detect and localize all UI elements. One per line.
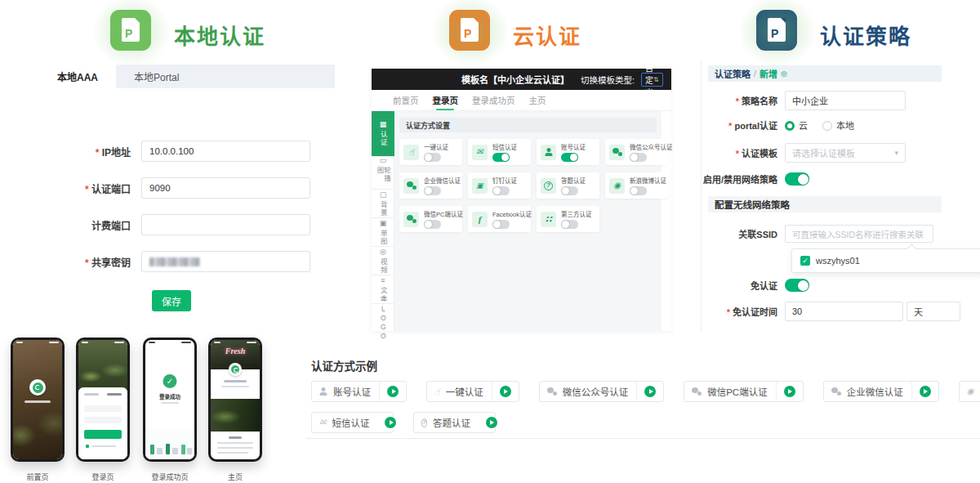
one-tap-icon <box>434 387 440 396</box>
account-icon <box>541 145 556 160</box>
tab-local-aaa[interactable]: 本地AAA <box>39 65 116 88</box>
phone-preview-login-page <box>76 338 130 462</box>
preview-button[interactable]: 预览 <box>676 66 685 92</box>
username-field-mock <box>84 405 122 412</box>
store-photo <box>13 340 62 459</box>
ssid-dropdown: wszyhys01 <box>791 248 980 273</box>
quiz-toggle[interactable] <box>561 186 578 195</box>
example-wechat-official-auth[interactable]: 微信公众号认证 <box>539 381 665 402</box>
free-auth-time-input[interactable]: 30 <box>785 302 903 321</box>
wechat-icon <box>547 387 557 396</box>
example-wechat-pc-auth[interactable]: 微信PC端认证 <box>684 381 803 402</box>
example-one-tap-auth[interactable]: 一键认证 <box>426 381 519 402</box>
wecom-icon <box>403 178 419 194</box>
breadcrumb-current: 新增 <box>760 67 777 80</box>
weibo-icon <box>609 178 625 194</box>
editor-content: 认证方式设置 一键认证 短信认证 账号认证 <box>394 111 662 331</box>
breadcrumb: 认证策略 / 新增 ◎ <box>708 65 942 82</box>
shared-key-input[interactable] <box>141 251 310 272</box>
document-icon: P <box>461 18 479 42</box>
auth-template-row: 认证模板 请选择认证模板▾ <box>702 143 906 163</box>
phone-caption: 登录成功页 <box>143 472 197 482</box>
sidebar-item-carousel[interactable]: ▭轮播图 <box>372 157 394 190</box>
carousel-icon: ▭ <box>380 157 387 164</box>
phone-caption: 登录页 <box>76 472 130 482</box>
shelf-photo <box>78 340 127 391</box>
auth-template-select[interactable]: 请选择认证模板▾ <box>785 143 906 163</box>
play-icon[interactable] <box>486 417 497 428</box>
pin-icon: ◎ <box>781 69 787 78</box>
form-row-acct-port: 计费端口 <box>39 214 310 235</box>
sidebar-item-auth[interactable]: ▦认证 <box>372 111 394 157</box>
weibo-toggle[interactable] <box>630 186 647 195</box>
template-type-select[interactable]: 自定义⇅ <box>641 73 663 87</box>
facebook-icon <box>472 212 488 227</box>
example-account-auth[interactable]: 账号认证 <box>311 381 407 402</box>
policy-app-icon: P <box>756 10 797 51</box>
template-name: 模板名【中小企业云认证】 <box>461 73 569 86</box>
people-illustration <box>145 428 194 459</box>
play-icon[interactable] <box>784 386 795 397</box>
radio-local[interactable]: 本地 <box>822 119 854 132</box>
one-tap-toggle[interactable] <box>424 153 441 162</box>
tab-front-page[interactable]: 前置页 <box>393 90 419 111</box>
sms-toggle[interactable] <box>492 153 510 162</box>
portal-auth-row: portal认证 云 本地 <box>702 119 854 132</box>
fresh-sign-text: Fresh <box>211 347 260 356</box>
third-party-icon <box>541 212 556 227</box>
play-icon[interactable] <box>920 386 931 397</box>
auth-template-label: 认证模板 <box>702 146 785 159</box>
shared-key-label: 共享密钥 <box>39 255 141 269</box>
phone-caption: 主页 <box>208 472 262 482</box>
page-tabs: 前置页 登录页 登录成功页 主页 <box>372 90 671 111</box>
example-sms-auth[interactable]: 短信认证 <box>311 412 394 433</box>
free-auth-toggle[interactable] <box>785 279 809 292</box>
example-weibo-auth[interactable]: 新浪微博认证 <box>959 381 980 402</box>
tab-home-page[interactable]: 主页 <box>529 90 546 111</box>
breadcrumb-root[interactable]: 认证策略 <box>715 67 751 80</box>
acct-port-label: 计费端口 <box>39 218 141 232</box>
success-check-icon <box>163 374 177 388</box>
play-icon[interactable] <box>385 417 396 428</box>
time-unit-select[interactable]: 天 <box>906 302 960 321</box>
ssid-option[interactable]: wszyhys01 <box>792 249 980 272</box>
document-icon: P <box>122 18 140 42</box>
tab-login-success-page[interactable]: 登录成功页 <box>472 90 515 111</box>
save-button[interactable]: 保存 <box>152 290 191 311</box>
policy-name-input[interactable]: 中小企业 <box>785 91 906 110</box>
wifi-logo-badge <box>29 379 46 396</box>
facebook-toggle[interactable] <box>492 220 510 229</box>
third-party-toggle[interactable] <box>561 220 578 229</box>
login-button-mock <box>84 430 122 439</box>
network-policy-toggle[interactable] <box>785 172 809 186</box>
example-wecom-auth[interactable]: 企业微信认证 <box>823 381 939 402</box>
dingtalk-toggle[interactable] <box>492 186 510 195</box>
auth-port-input[interactable]: 9090 <box>141 177 310 199</box>
wecom-toggle[interactable] <box>424 186 441 195</box>
account-toggle[interactable] <box>561 153 578 162</box>
password-field-mock <box>84 417 122 423</box>
example-quiz-auth[interactable]: 答题认证 <box>413 412 496 433</box>
free-auth-label: 免认证 <box>702 279 785 292</box>
radio-cloud[interactable]: 云 <box>785 119 808 132</box>
wechat-official-toggle[interactable] <box>630 153 647 162</box>
play-icon[interactable] <box>387 386 399 397</box>
sidebar-item-single-image[interactable]: ▣单图 <box>372 218 394 247</box>
cloud-auth-title: 云认证 <box>513 20 581 50</box>
wireless-policy-section-title: 配置无线网络策略 <box>708 196 942 212</box>
ssid-label: 关联SSID <box>702 227 785 240</box>
acct-port-input[interactable] <box>141 214 310 235</box>
network-policy-toggle-row: 启用/禁用网络策略 <box>702 172 809 186</box>
sidebar-item-video[interactable]: ◎视频 <box>372 247 394 275</box>
sidebar-item-background[interactable]: ▢背景 <box>372 190 394 218</box>
ssid-search-input[interactable]: 可直接输入SSID名称进行搜索关联 <box>785 225 933 243</box>
play-icon[interactable] <box>500 386 511 397</box>
tab-login-page[interactable]: 登录页 <box>433 90 459 111</box>
checkbox-checked-icon[interactable] <box>800 256 810 266</box>
play-icon[interactable] <box>644 386 656 397</box>
wechat-pc-toggle[interactable] <box>424 220 441 229</box>
tab-local-portal[interactable]: 本地Portal <box>116 65 197 88</box>
method-card-facebook: Facebook认证 <box>468 206 531 232</box>
sidebar-item-logo[interactable]: ☆LOGO <box>372 304 394 331</box>
ip-input[interactable]: 10.0.0.100 <box>141 141 310 162</box>
